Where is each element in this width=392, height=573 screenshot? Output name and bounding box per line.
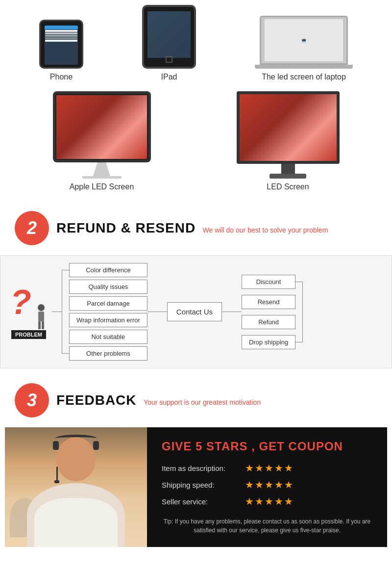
laptop-label: The led screen of laptop bbox=[262, 73, 346, 81]
device-grid-top: Phone IPad 💻 The led screen of bbox=[10, 5, 382, 81]
led-screen-box bbox=[237, 91, 340, 164]
apple-label: Apple LED Screen bbox=[70, 182, 134, 191]
sol-bottom-tick bbox=[295, 342, 303, 342]
problem-item-0: Color difference bbox=[69, 263, 147, 277]
ipad-image bbox=[142, 5, 196, 69]
laptop-screen-box: 💻 bbox=[260, 16, 348, 65]
headset-right bbox=[93, 441, 99, 450]
device-phone: Phone bbox=[39, 20, 83, 81]
rating-label-0: Item as description: bbox=[162, 464, 240, 472]
solution-list: Discount Resend Refund Drop shipping bbox=[242, 275, 303, 349]
phone-label: Phone bbox=[50, 73, 73, 81]
feedback-number: 3 bbox=[15, 383, 49, 417]
apple-base bbox=[82, 176, 122, 179]
problem-box: ? PROBLEM bbox=[10, 285, 47, 339]
question-mark: ? bbox=[10, 285, 31, 319]
contact-us-box[interactable]: Contact Us bbox=[167, 302, 222, 321]
mic-arm bbox=[56, 467, 58, 481]
refund-subtitle: We will do our best to solve your proble… bbox=[203, 226, 328, 234]
feedback-photo bbox=[5, 427, 147, 547]
sol-top-tick bbox=[295, 282, 303, 282]
ipad-screen bbox=[147, 11, 191, 58]
solution-item-0: Discount bbox=[242, 275, 295, 289]
problem-item-1: Quality issues bbox=[69, 280, 147, 294]
solution-item-3: Drop shipping bbox=[242, 335, 295, 349]
headset-band bbox=[55, 435, 97, 442]
rating-label-2: Seller service: bbox=[162, 497, 240, 506]
phone-screen bbox=[45, 26, 78, 65]
refund-number: 2 bbox=[15, 211, 49, 245]
laptop-base bbox=[255, 65, 353, 69]
bottom-tick bbox=[62, 353, 69, 354]
rating-label-1: Shipping speed: bbox=[162, 481, 240, 489]
device-laptop: 💻 The led screen of laptop bbox=[255, 16, 353, 81]
rating-stars-1: ★★★★★ bbox=[245, 479, 294, 491]
feedback-title: FEEDBACK bbox=[56, 392, 137, 408]
led-stand bbox=[281, 164, 295, 174]
bracket-left-line bbox=[62, 270, 62, 354]
device-section: Phone IPad 💻 The led screen of bbox=[0, 0, 392, 201]
laptop-image: 💻 bbox=[255, 16, 353, 69]
solution-item-2: Refund bbox=[242, 315, 295, 329]
contact-us-label: Contact Us bbox=[176, 308, 213, 316]
apple-stand bbox=[93, 162, 110, 176]
led-image bbox=[237, 91, 340, 179]
refund-section-header: 2 REFUND & RESEND We will do our best to… bbox=[0, 201, 392, 255]
problem-item-4: Not suitable bbox=[69, 330, 147, 344]
ipad-label: IPad bbox=[161, 73, 177, 81]
refund-title: REFUND & RESEND bbox=[56, 220, 196, 235]
solution-list-container: Discount Resend Refund Drop shipping bbox=[242, 275, 303, 349]
problem-list-container: Color difference Quality issues Parcel d… bbox=[62, 263, 147, 361]
problem-badge: PROBLEM bbox=[11, 330, 46, 339]
problem-item-5: Other problems bbox=[69, 346, 147, 361]
give-stars-title: GIVE 5 STARS , GET COUPON bbox=[162, 440, 372, 453]
tip-content: Tip: If you have any problems, please co… bbox=[164, 518, 370, 534]
apple-image bbox=[53, 91, 151, 179]
person-figure bbox=[38, 304, 45, 329]
person-photo bbox=[5, 427, 147, 547]
feedback-subtitle: Your support is our greatest motivation bbox=[144, 398, 261, 406]
bracket-right-line bbox=[302, 282, 303, 342]
shirt bbox=[34, 498, 118, 547]
device-ipad: IPad bbox=[142, 5, 196, 81]
laptop-screen-inner: 💻 bbox=[265, 19, 343, 61]
led-screen-content bbox=[240, 94, 337, 161]
mic-head bbox=[54, 480, 59, 483]
device-grid-bottom: Apple LED Screen LED Screen bbox=[10, 91, 382, 191]
top-tick bbox=[62, 270, 69, 270]
feedback-content: GIVE 5 STARS , GET COUPON Item as descri… bbox=[5, 427, 387, 547]
refund-flow-section: ? PROBLEM Color bbox=[0, 255, 392, 368]
rating-row-2: Seller service: ★★★★★ bbox=[162, 495, 372, 507]
device-led: LED Screen bbox=[237, 91, 340, 191]
rating-row-0: Item as description: ★★★★★ bbox=[162, 462, 372, 474]
feedback-title-group: FEEDBACK Your support is our greatest mo… bbox=[56, 392, 261, 408]
h-line-1 bbox=[52, 312, 62, 312]
phone-image bbox=[39, 20, 83, 69]
problem-figure: ? bbox=[10, 285, 47, 329]
rating-stars-2: ★★★★★ bbox=[245, 495, 294, 507]
problem-item-3: Wrap information error bbox=[69, 313, 147, 327]
problem-list: Color difference Quality issues Parcel d… bbox=[62, 263, 147, 361]
headset-left bbox=[53, 441, 59, 450]
apple-screen-content bbox=[56, 95, 147, 159]
led-base bbox=[270, 174, 306, 179]
h-line-3 bbox=[222, 312, 242, 312]
tip-text: Tip: If you have any problems, please co… bbox=[162, 517, 372, 535]
flow-diagram: ? PROBLEM Color bbox=[10, 263, 382, 361]
feedback-text-area: GIVE 5 STARS , GET COUPON Item as descri… bbox=[147, 427, 387, 547]
refund-title-group: REFUND & RESEND We will do our best to s… bbox=[56, 220, 328, 236]
problem-item-2: Parcel damage bbox=[69, 296, 147, 311]
feedback-section-header: 3 FEEDBACK Your support is our greatest … bbox=[0, 373, 392, 427]
rating-row-1: Shipping speed: ★★★★★ bbox=[162, 479, 372, 491]
device-apple: Apple LED Screen bbox=[53, 91, 151, 191]
apple-screen-box bbox=[53, 91, 151, 162]
rating-stars-0: ★★★★★ bbox=[245, 462, 294, 474]
solution-item-1: Resend bbox=[242, 295, 295, 309]
head bbox=[56, 437, 96, 481]
h-line-2 bbox=[147, 312, 167, 312]
led-label: LED Screen bbox=[267, 182, 309, 191]
